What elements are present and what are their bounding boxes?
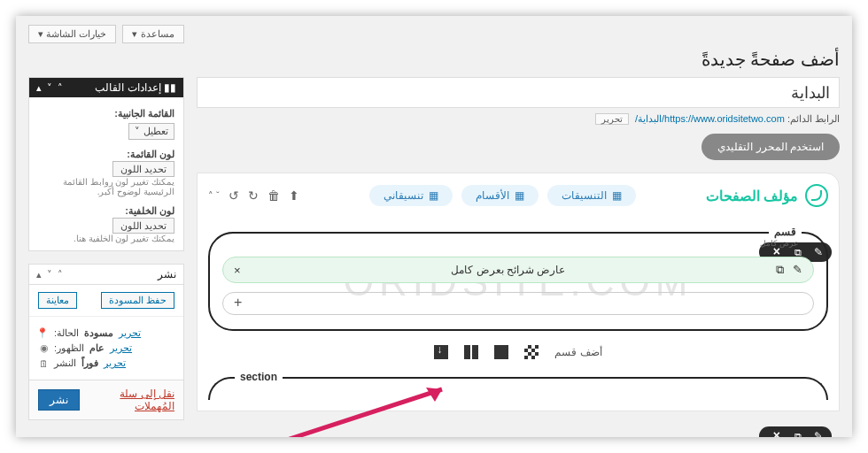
trash-icon[interactable]: 🗑 (267, 188, 280, 203)
widget-delete-icon[interactable]: × (234, 264, 241, 277)
add-section-row: أضف قسم (208, 345, 828, 359)
screen-options-toggle[interactable]: خيارات الشاشة ▾ (28, 25, 116, 43)
slider-widget-label: عارض شرائح بعرض كامل (241, 264, 776, 276)
side-menu-label: القائمة الجانبية: (38, 108, 174, 119)
schedule-edit-link[interactable]: تحرير (104, 357, 126, 369)
tab-consistency-label: تنسيقاني (384, 189, 423, 202)
publish-box: نشر ˄˅▴ حفظ المسودة معاينة تحرير مسودة ا… (28, 264, 184, 420)
section-container-1: قسم عرض كامل ✎ ⧉ عارض شرائح بعرض كامل × (208, 232, 828, 331)
use-classic-editor-button[interactable]: استخدم المحرر التقليدي (701, 134, 840, 160)
template-settings-box: ▮▮ إعدادات القالب ˄˅▴ القائمة الجانبية: … (28, 77, 184, 251)
box-toggle-icon[interactable]: ▴ (36, 269, 42, 280)
schedule-value: فوراً (81, 357, 98, 369)
builder-tabs: ▦ التنسيقات ▦ الأقسام ▦ تنسيقاني (369, 185, 636, 206)
main-column: الرابط الدائم: https://www.oridsitetwo.c… (197, 77, 840, 433)
builder-brand: مؤلف الصفحات (706, 184, 828, 207)
status-edit-link[interactable]: تحرير (119, 327, 141, 339)
section-toolbar-2 (759, 426, 832, 437)
eye-icon: ◉ (38, 342, 49, 354)
bg-color-label: لون الخلفية: (38, 205, 174, 217)
box-down-icon[interactable]: ˅ (47, 82, 52, 94)
permalink-edit-button[interactable]: تحرير (595, 113, 629, 125)
box-down-icon[interactable]: ˅ (47, 269, 52, 280)
section-sublegend: عرض كامل (760, 239, 798, 248)
permalink-slug[interactable]: /البداية/ (635, 113, 664, 124)
menu-color-label: لون القائمة: (38, 149, 174, 160)
redo-icon[interactable]: ↻ (248, 188, 259, 203)
tab-sections-label: الأقسام (476, 189, 509, 202)
slider-widget-row[interactable]: ✎ ⧉ عارض شرائح بعرض كامل × (222, 257, 814, 283)
page-heading: أضف صفحةً جديدةً (28, 49, 840, 70)
tab-sections[interactable]: ▦ الأقسام (461, 185, 539, 206)
brand-icon (805, 184, 828, 207)
template-settings-title: إعدادات القالب (95, 81, 160, 94)
move-to-trash-link[interactable]: نقل إلى سلة المُهملات (80, 388, 174, 412)
section2-legend: section (235, 371, 283, 383)
side-menu-select[interactable]: تعطيل ˅ (128, 123, 174, 140)
template-settings-header[interactable]: ▮▮ إعدادات القالب ˄˅▴ (29, 78, 183, 97)
side-menu-value: تعطيل (143, 126, 168, 137)
pin-icon: 📍 (38, 327, 49, 339)
builder-brand-label: مؤلف الصفحات (706, 188, 798, 204)
upload-icon[interactable]: ⬆ (289, 188, 299, 203)
layout-import-icon[interactable] (434, 345, 448, 359)
box-up-icon[interactable]: ˄ (58, 82, 63, 94)
schedule-label: النشر (54, 357, 76, 369)
page-canvas: مساعدة ▾ خيارات الشاشة ▾ أضف صفحةً جديدة… (16, 16, 852, 437)
screen-meta-links: مساعدة ▾ خيارات الشاشة ▾ (28, 25, 840, 43)
tab-formats[interactable]: ▦ التنسيقات (547, 185, 636, 206)
builder-history: ⬆ 🗑 ↻ ↺ ˇ ˄ (208, 188, 299, 203)
calendar-icon: 🗓 (38, 358, 49, 369)
add-widget-row[interactable] (222, 292, 814, 315)
permalink-label: الرابط الدائم: (787, 113, 840, 124)
visibility-value: عام (89, 342, 105, 354)
chevron-down-icon[interactable]: ˇ ˄ (208, 190, 220, 202)
bg-color-hint: يمكنك تغيير لون الخلفية هنا. (38, 234, 174, 243)
visibility-edit-link[interactable]: تحرير (110, 342, 132, 354)
section-container-2: section (208, 377, 828, 400)
undo-icon[interactable]: ↺ (229, 188, 239, 203)
tab-consistency[interactable]: ▦ تنسيقاني (369, 185, 453, 206)
duplicate-section-icon-2[interactable] (789, 430, 802, 437)
page-title-input[interactable] (197, 77, 840, 108)
layout-grid-icon[interactable] (524, 345, 539, 359)
layout-full-icon[interactable] (494, 345, 508, 359)
widget-edit-icon[interactable]: ✎ (793, 263, 802, 277)
section-legend: قسم (769, 226, 802, 238)
menu-color-hint: يمكنك تغيير لون روابط القائمة الرئيسية ل… (38, 177, 174, 196)
save-draft-button[interactable]: حفظ المسودة (101, 292, 174, 309)
bg-color-button[interactable]: تحديد اللون (112, 218, 174, 234)
permalink-base[interactable]: https://www.oridsitetwo.com (664, 113, 785, 124)
widget-duplicate-icon[interactable]: ⧉ (776, 263, 784, 277)
delete-section-icon-2[interactable] (768, 430, 780, 437)
permalink-row: الرابط الدائم: https://www.oridsitetwo.c… (197, 113, 840, 125)
box-up-icon[interactable]: ˄ (58, 269, 63, 280)
publish-box-header[interactable]: نشر ˄˅▴ (29, 265, 183, 285)
visibility-label: الظهور: (54, 342, 84, 354)
tab-formats-label: التنسيقات (562, 189, 607, 202)
layout-two-col-icon[interactable] (464, 345, 478, 359)
edit-section-icon-2[interactable] (810, 430, 823, 437)
sidebar-column: ▮▮ إعدادات القالب ˄˅▴ القائمة الجانبية: … (28, 77, 184, 433)
help-toggle[interactable]: مساعدة ▾ (122, 25, 183, 43)
box-toggle-icon[interactable]: ▴ (36, 82, 42, 94)
publish-button[interactable]: نشر (38, 389, 80, 411)
status-label: الحالة: (54, 327, 79, 339)
menu-color-button[interactable]: تحديد اللون (112, 161, 174, 177)
add-section-label: أضف قسم (554, 346, 601, 358)
publish-box-title: نشر (158, 268, 176, 280)
page-builder-panel: ORIDSITE.COM مؤلف الصفحات ▦ التنسيقات ▦ … (197, 173, 840, 411)
preview-button[interactable]: معاينة (38, 292, 77, 309)
status-value: مسودة (84, 327, 113, 339)
